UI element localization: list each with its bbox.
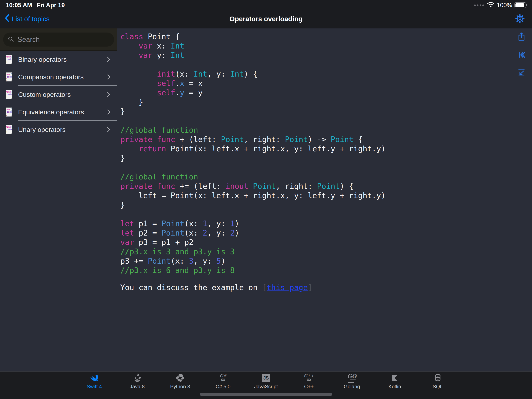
battery-icon [514, 2, 526, 8]
tab-javascript[interactable]: JSJavaScript [245, 373, 287, 390]
skip-to-start-button[interactable] [517, 50, 526, 60]
code-line: //global function [120, 172, 532, 182]
code-line: var y: Int [120, 51, 532, 60]
nav-bar: List of topics Operators overloading [0, 9, 532, 28]
code-document-icon: func{ code } [6, 72, 12, 81]
python-icon [175, 373, 185, 383]
code-block: class Point { var x: Int var y: Int init… [120, 32, 532, 275]
chevron-right-icon [105, 109, 110, 114]
sidebar-item-label: Binary operators [18, 56, 67, 63]
skip-to-start-icon [517, 57, 526, 60]
tab-python-3[interactable]: Python 3 [159, 373, 202, 390]
language-tab-bar: Swift 4Java 8Python 3C#∞C# 5.0JSJavaScri… [0, 371, 532, 399]
share-button[interactable] [517, 32, 526, 41]
sidebar-item-label: Comparison operators [18, 73, 83, 81]
home-indicator[interactable] [200, 393, 332, 396]
open-bracket: [ [262, 283, 266, 292]
code-line: private func += (left: inout Point, righ… [120, 182, 532, 191]
code-document-icon: func{ code } [6, 55, 12, 64]
code-line: //p3.x is 6 and p3.y is 8 [120, 266, 532, 275]
kotlin-icon [390, 373, 399, 383]
code-line: p3 += Point(x: 3, y: 5) [120, 256, 532, 266]
code-document-icon: func{ code } [6, 108, 12, 116]
discussion-page-link[interactable]: this page [266, 283, 308, 292]
code-line: return Point(x: left.x + right.x, y: lef… [120, 144, 532, 154]
code-line: //p3.x is 3 and p3.y is 3 [120, 247, 532, 256]
code-line: } [120, 97, 532, 107]
sidebar-item-label: Equivalence operators [18, 108, 84, 116]
settings-button[interactable] [514, 14, 525, 25]
code-area: class Point { var x: Int var y: Int init… [117, 28, 532, 371]
tab-c[interactable]: C++∞C++ [287, 373, 330, 390]
code-line: } [120, 107, 532, 116]
code-line: private func + (left: Point, right: Poin… [120, 135, 532, 144]
status-bar: 10:05 AM Fri Apr 19 100% [0, 0, 532, 9]
sidebar-item-equivalence-operators[interactable]: func{ code } Equivalence operators [0, 103, 117, 121]
sidebar-item-custom-operators[interactable]: func{ code } Custom operators [0, 86, 117, 103]
content-area: func{ code } Binary operators func{ code… [0, 28, 532, 371]
clock: 10:05 AM [6, 2, 32, 9]
status-right: 100% [474, 0, 526, 9]
code-line: self.x = x [120, 79, 532, 88]
tab-label: Kotlin [388, 384, 401, 390]
tab-c-5-0[interactable]: C#∞C# 5.0 [202, 373, 244, 390]
chevron-right-icon [105, 74, 110, 79]
sidebar-item-label: Custom operators [18, 91, 71, 98]
golang-icon: GO [347, 373, 357, 383]
collapse-panel-button[interactable] [517, 68, 526, 77]
code-line: let p1 = Point(x: 1, y: 1) [120, 219, 532, 228]
code-line: //global function [120, 125, 532, 135]
search-section [0, 28, 117, 51]
cellular-signal-icon [474, 5, 484, 6]
tab-kotlin[interactable]: Kotlin [373, 373, 416, 390]
sidebar-item-unary-operators[interactable]: func{ code } Unary operators [0, 121, 117, 138]
discussion-text: You can discuss the example on [120, 283, 262, 292]
code-line [120, 163, 532, 172]
code-line: self.y = y [120, 88, 532, 97]
swift-icon [89, 373, 99, 383]
tab-label: C# 5.0 [215, 384, 231, 390]
search-field[interactable] [3, 32, 114, 46]
javascript-icon: JS [261, 373, 271, 383]
code-line: var x: Int [120, 41, 532, 51]
code-line [120, 116, 532, 125]
tab-label: Swift 4 [87, 384, 102, 390]
search-input[interactable] [17, 35, 114, 44]
sidebar-item-comparison-operators[interactable]: func{ code } Comparison operators [0, 68, 117, 86]
code-line: class Point { [120, 32, 532, 41]
code-line: var p3 = p1 + p2 [120, 238, 532, 247]
sql-icon [433, 373, 443, 383]
share-icon [517, 39, 526, 42]
status-left: 10:05 AM Fri Apr 19 [6, 0, 65, 9]
tab-label: SQL [433, 384, 443, 390]
language-tabs: Swift 4Java 8Python 3C#∞C# 5.0JSJavaScri… [73, 373, 459, 390]
tab-golang[interactable]: GOGolang [330, 373, 373, 390]
discussion-line: You can discuss the example on [this pag… [120, 283, 532, 292]
search-icon [8, 36, 14, 43]
code-line [120, 210, 532, 219]
tab-label: Java 8 [130, 384, 145, 390]
sidebar-item-label: Unary operators [18, 126, 66, 134]
code-document-icon: func{ code } [6, 90, 12, 99]
tab-label: C++ [304, 384, 314, 390]
chevron-right-icon [105, 92, 110, 97]
tab-java-8[interactable]: Java 8 [116, 373, 158, 390]
back-label: List of topics [12, 15, 50, 23]
tab-label: Python 3 [170, 384, 190, 390]
page-title: Operators overloading [229, 15, 302, 23]
chevron-right-icon [105, 127, 110, 132]
code-line: } [120, 200, 532, 210]
sidebar-list: func{ code } Binary operators func{ code… [0, 51, 117, 138]
back-button[interactable]: List of topics [4, 9, 50, 28]
csharp-icon: C#∞ [218, 373, 228, 383]
java-icon [133, 373, 142, 383]
sidebar-item-binary-operators[interactable]: func{ code } Binary operators [0, 51, 117, 68]
tab-sql[interactable]: SQL [416, 373, 459, 390]
code-line: init(x: Int, y: Int) { [120, 69, 532, 79]
code-line: let p2 = Point(x: 2, y: 2) [120, 228, 532, 238]
chevron-right-icon [105, 57, 110, 62]
tab-label: Golang [344, 384, 360, 390]
tab-label: JavaScript [254, 384, 278, 390]
arrow-collapse-icon [517, 75, 526, 78]
tab-swift-4[interactable]: Swift 4 [73, 373, 116, 390]
